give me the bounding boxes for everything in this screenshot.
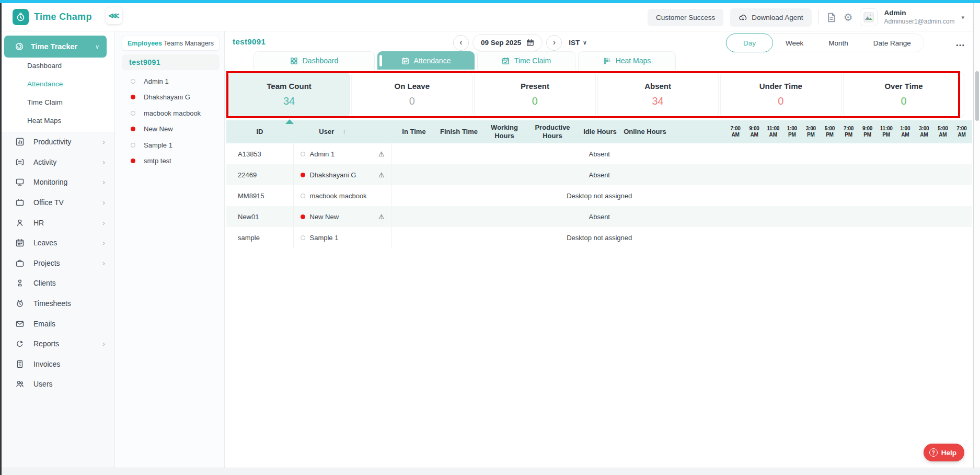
sidebar-item-office-tv[interactable]: Office TV › (0, 193, 114, 213)
timezone-selector[interactable]: IST ∨ (569, 39, 586, 47)
warning-icon[interactable]: ⚠ (372, 143, 391, 164)
date-picker[interactable]: 09 Sep 2025 (472, 34, 543, 51)
warning-icon[interactable]: ⚠ (372, 206, 391, 227)
sidebar-collapse-button[interactable]: ⋘ (106, 7, 122, 24)
sidebar-item-heat-maps[interactable]: Heat Maps (0, 111, 114, 130)
bottom-scrollbar-track[interactable] (0, 468, 980, 475)
sidebar-item-productivity[interactable]: Productivity › (0, 132, 114, 152)
scrollbar-thumb[interactable] (975, 71, 979, 121)
dashboard-grid-icon (290, 57, 298, 65)
previous-day-button[interactable]: ‹ (453, 35, 469, 51)
sidebar-item-attendance[interactable]: Attendance (0, 75, 114, 93)
list-item[interactable]: Dhakshayani G (115, 89, 224, 106)
column-header-in-time[interactable]: In Time (391, 120, 436, 143)
column-header-id[interactable]: ID (226, 120, 293, 143)
sidebar-item-hr[interactable]: HR › (0, 212, 114, 233)
tab-dashboard[interactable]: Dashboard (253, 51, 375, 70)
warning-icon[interactable]: ⚠ (372, 164, 391, 185)
list-item[interactable]: macbook macbook (115, 105, 224, 121)
column-header-working-hours[interactable]: Working Hours (481, 120, 527, 143)
brand-name: Time Champ (34, 12, 92, 22)
presence-dot-offline (301, 152, 305, 156)
status-text: Absent (391, 164, 972, 185)
sidebar-item-timesheets[interactable]: Timesheets (0, 293, 114, 314)
vertical-scrollbar-track[interactable] (973, 3, 980, 468)
table-row[interactable]: New01 New New ⚠ Absent (226, 206, 972, 227)
sidebar-item-monitoring[interactable]: Monitoring › (0, 172, 114, 193)
chevron-right-icon: › (102, 340, 105, 348)
sidebar-item-time-claim[interactable]: Time Claim (0, 93, 114, 111)
column-header-online-hours[interactable]: Online Hours (622, 120, 667, 143)
sidebar-item-dashboard[interactable]: Dashboard (0, 56, 114, 75)
next-day-button[interactable]: › (546, 35, 562, 51)
table-row[interactable]: 22469 Dhakshayani G ⚠ Absent (226, 164, 972, 185)
presence-dot-online (301, 173, 305, 177)
tab-heat-maps[interactable]: Heat Maps (578, 51, 676, 70)
team-members-list: Admin 1 Dhakshayani G macbook macbook Ne… (115, 73, 224, 169)
stat-value: 0 (901, 95, 906, 107)
topbar: Time Champ ⋘ Customer Success Download A… (0, 3, 980, 31)
list-item[interactable]: New New (115, 121, 224, 138)
tab-time-claim[interactable]: Time Claim (477, 51, 575, 70)
table-row[interactable]: sample Sample 1 Desktop not assigned (226, 227, 972, 248)
range-date-range[interactable]: Date Range (861, 39, 924, 47)
help-button[interactable]: ? Help (924, 444, 964, 461)
stat-card-team-count[interactable]: Team Count 34 (228, 72, 350, 117)
settings-gear-icon[interactable]: ⚙ (844, 12, 853, 22)
page-title: test9091 (233, 37, 266, 46)
range-month[interactable]: Month (816, 39, 861, 47)
user-avatar[interactable] (860, 8, 878, 26)
table-row[interactable]: MM8915 macbook macbook Desktop not assig… (226, 185, 972, 206)
user-menu-dropdown-icon[interactable]: ▾ (961, 14, 964, 21)
presence-dot-online (131, 95, 135, 99)
stat-card-present[interactable]: Present 0 (474, 72, 595, 117)
client-icon (15, 278, 25, 288)
presence-dot-offline (301, 194, 305, 198)
list-item[interactable]: Admin 1 (115, 73, 224, 89)
question-mark-icon: ? (929, 448, 938, 457)
range-week[interactable]: Week (773, 39, 816, 47)
time-tracker-icon (15, 42, 24, 51)
tab-managers[interactable]: Managers (185, 40, 214, 47)
sidebar-item-clients[interactable]: Clients (0, 273, 114, 293)
sidebar: Time Tracker ∨ Dashboard Attendance Time… (0, 31, 115, 468)
download-agent-button[interactable]: Download Agent (730, 8, 811, 27)
release-notes-icon[interactable] (826, 12, 837, 23)
stat-card-under-time[interactable]: Under Time 0 (720, 72, 841, 117)
team-panel: Employees Teams Managers test9091 Admin … (115, 31, 225, 468)
more-options-icon[interactable]: … (955, 38, 965, 49)
sidebar-item-invoices[interactable]: $ Invoices (0, 354, 114, 375)
sidebar-item-emails[interactable]: Emails (0, 313, 114, 334)
stat-card-on-leave[interactable]: On Leave 0 (351, 72, 472, 117)
user-info[interactable]: Admin Adminuser1@admin.com (884, 9, 955, 26)
sidebar-item-reports[interactable]: Reports › (0, 334, 114, 354)
column-header-idle-hours[interactable]: Idle Hours (578, 120, 622, 143)
sidebar-item-leaves[interactable]: Leaves › (0, 233, 114, 253)
column-header-finish-time[interactable]: Finish Time (436, 120, 481, 143)
column-header-productive-hours[interactable]: Productive Hours (527, 120, 578, 143)
users-icon (15, 379, 25, 389)
status-text: Absent (391, 143, 972, 164)
table-row[interactable]: A13853 Admin 1 ⚠ Absent (226, 143, 972, 164)
tab-employees[interactable]: Employees (128, 40, 162, 47)
customer-success-button[interactable]: Customer Success (648, 9, 723, 26)
chevron-right-icon: › (102, 178, 105, 186)
range-day[interactable]: Day (726, 33, 773, 52)
time-claim-calendar-icon (502, 57, 510, 65)
sort-ascending-icon[interactable]: ↑ (342, 128, 346, 135)
sidebar-item-projects[interactable]: Projects › (0, 253, 114, 274)
sidebar-item-time-tracker[interactable]: Time Tracker ∨ (4, 36, 107, 58)
team-group-header[interactable]: test9091 (122, 54, 220, 70)
tab-attendance[interactable]: Attendance (377, 51, 475, 70)
sidebar-item-users[interactable]: Users (0, 374, 114, 394)
list-item[interactable]: smtp test (115, 153, 224, 169)
list-item[interactable]: Sample 1 (115, 137, 224, 153)
presence-dot-online (131, 127, 135, 131)
chevron-right-icon: › (102, 239, 105, 247)
sidebar-item-activity[interactable]: Activity › (0, 152, 114, 173)
stat-card-over-time[interactable]: Over Time 0 (843, 72, 964, 117)
status-text: Desktop not assigned (391, 185, 972, 206)
stat-card-absent[interactable]: Absent 34 (597, 72, 719, 117)
tab-teams[interactable]: Teams (164, 40, 183, 47)
column-header-user[interactable]: User↑ (293, 120, 372, 143)
